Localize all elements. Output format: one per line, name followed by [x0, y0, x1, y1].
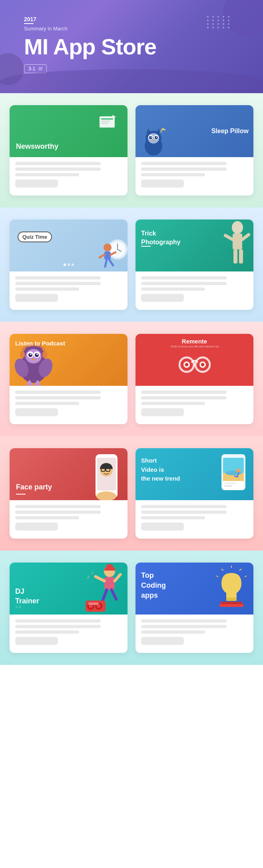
card-tag [15, 180, 58, 188]
card-remente-image: Remente Tools to focus your life and imp… [135, 334, 253, 386]
card-remente-body [135, 386, 253, 424]
sleep-pillow-title: Sleep Pillow [211, 128, 249, 135]
svg-line-84 [103, 590, 107, 601]
card-dj-image: DJTrainer ♪ ♫ [10, 563, 128, 615]
card-tag [141, 523, 184, 531]
card-sleep-body [135, 157, 253, 196]
svg-line-83 [115, 575, 120, 581]
svg-rect-1 [101, 118, 113, 120]
card-line [15, 505, 101, 508]
podcast-title: Listen to Podcast [15, 339, 65, 347]
header-year-line [24, 23, 34, 24]
quiz-time-label: Quiz Time [18, 231, 52, 242]
svg-rect-47 [20, 351, 25, 358]
card-line [15, 276, 101, 279]
card-top-coding[interactable]: TopCodingapps [135, 563, 253, 653]
section-5: DJTrainer ♪ ♫ [0, 551, 263, 665]
remente-subtitle: Tools to focus your life and improve men… [171, 345, 219, 348]
svg-line-31 [225, 235, 233, 239]
svg-point-23 [104, 243, 112, 251]
svg-text:NEW: NEW [103, 114, 110, 117]
card-line [141, 168, 227, 171]
card-newsworthy[interactable]: NEW Newsworthy [10, 105, 128, 196]
card-quiz-time[interactable]: Quiz Time [10, 219, 128, 310]
card-dj-body [10, 615, 128, 653]
top-coding-title: TopCodingapps [141, 571, 166, 601]
card-line [15, 511, 101, 514]
section-2: Quiz Time [0, 208, 263, 322]
header-badge-text: 3-1 [28, 66, 35, 72]
card-sleep-pillow[interactable]: z z Sleep Pillow [135, 105, 253, 196]
card-dj-trainer[interactable]: DJTrainer ♪ ♫ [10, 563, 128, 653]
section-4: Face party [0, 436, 263, 551]
card-trick-image: TrickPhotography [135, 219, 253, 271]
card-line [15, 402, 79, 405]
svg-rect-79 [224, 485, 232, 487]
trick-photography-title: TrickPhotography [141, 229, 181, 247]
person-sitting-icon [96, 235, 128, 271]
section-3: Listen to Podcast [0, 322, 263, 436]
header-title: MI App Store [24, 36, 239, 58]
dj-figure-icon: ♪ ♫ [84, 563, 128, 615]
video-phone-icon [215, 452, 251, 492]
svg-rect-2 [101, 121, 110, 122]
card-line [141, 396, 227, 399]
card-short-video[interactable]: ShortVideo isthe new trend [135, 448, 253, 539]
card-line [141, 505, 227, 508]
svg-rect-33 [233, 249, 237, 263]
card-line [15, 625, 101, 628]
card-line [141, 625, 227, 628]
card-tag [141, 180, 184, 188]
quiz-dot [64, 263, 66, 266]
card-tag [141, 408, 184, 416]
svg-text:♪: ♪ [87, 573, 90, 580]
svg-line-28 [109, 259, 113, 265]
card-podcast[interactable]: Listen to Podcast [10, 334, 128, 424]
card-line [15, 287, 79, 291]
face-party-title: Face party [16, 483, 52, 491]
card-sleep-image: z z Sleep Pillow [135, 105, 253, 157]
svg-point-15 [156, 137, 157, 138]
svg-point-29 [232, 221, 243, 234]
card-face-image: Face party [10, 448, 128, 500]
owl-icon: z z [139, 125, 167, 157]
card-face-party[interactable]: Face party [10, 448, 128, 539]
card-coding-body [135, 615, 253, 653]
card-line [15, 396, 101, 399]
svg-rect-3 [101, 123, 108, 124]
statue-icon [217, 219, 253, 271]
svg-point-61 [185, 363, 188, 366]
svg-line-85 [112, 590, 116, 599]
quiz-dot [72, 263, 74, 266]
card-line [141, 402, 205, 405]
svg-rect-103 [221, 602, 242, 604]
phone-face-icon [88, 452, 124, 500]
remente-icon [179, 349, 211, 377]
card-line [141, 631, 205, 634]
card-quiz-image: Quiz Time [10, 219, 128, 271]
svg-rect-78 [224, 483, 236, 484]
svg-rect-81 [104, 577, 115, 590]
card-trick-photography[interactable]: TrickPhotography [135, 219, 253, 310]
card-remente[interactable]: Remente Tools to focus your life and imp… [135, 334, 253, 424]
svg-rect-102 [219, 604, 243, 607]
card-line [141, 173, 205, 176]
svg-point-44 [30, 353, 32, 355]
card-line [15, 391, 101, 394]
face-title-line [16, 494, 26, 495]
lightbulb-icon [213, 566, 249, 610]
card-trick-body [135, 271, 253, 310]
svg-rect-48 [42, 351, 47, 358]
remente-title: Remente [182, 338, 207, 345]
card-line [141, 287, 205, 291]
svg-rect-24 [104, 251, 111, 259]
card-line [141, 276, 227, 279]
quiz-dots [64, 263, 74, 266]
section-3-grid: Listen to Podcast [10, 334, 253, 424]
newsworthy-title: Newsworthy [16, 142, 58, 151]
card-newsworthy-image: NEW Newsworthy [10, 105, 128, 157]
svg-line-25 [100, 255, 104, 257]
card-line [15, 282, 101, 285]
card-quiz-body [10, 271, 128, 310]
card-tag [15, 408, 58, 416]
